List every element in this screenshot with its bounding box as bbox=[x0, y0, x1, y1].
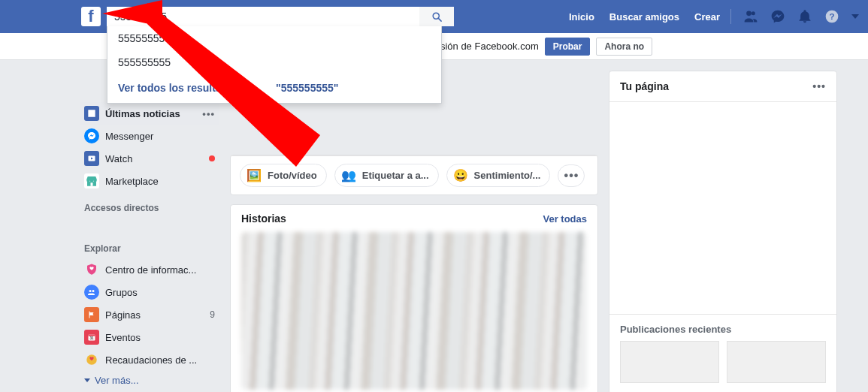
see-all-prefix: Ver todos los resultados p bbox=[118, 82, 250, 94]
svg-text:31: 31 bbox=[89, 336, 94, 340]
your-page-card: Tu página ••• Publicaciones recientes bbox=[609, 71, 837, 392]
svg-rect-5 bbox=[91, 182, 93, 186]
sidebar-info-center[interactable]: Centro de informac... bbox=[80, 258, 219, 281]
suggestion-text: 5555555555 bbox=[118, 32, 177, 44]
top-icon-tray: ? bbox=[743, 9, 859, 24]
shortcuts-heading: Accesos directos bbox=[84, 203, 219, 213]
svg-line-1 bbox=[438, 18, 441, 21]
search-input[interactable] bbox=[107, 7, 419, 26]
sidebar-groups[interactable]: Grupos bbox=[80, 281, 219, 303]
search-container: 555555555555 555555555 Ver todos los res… bbox=[107, 7, 454, 26]
sidebar-label: Watch bbox=[105, 153, 132, 164]
see-all-stories-link[interactable]: Ver todas bbox=[543, 213, 587, 225]
search-suggestion[interactable]: 555555555 bbox=[107, 50, 441, 74]
suggestion-text: 555555555 bbox=[118, 56, 171, 68]
your-page-header: Tu página ••• bbox=[609, 71, 836, 102]
facebook-logo[interactable]: f bbox=[81, 7, 101, 26]
groups-icon bbox=[84, 285, 99, 300]
photo-video-button[interactable]: 🖼️ Foto/vídeo bbox=[240, 164, 327, 187]
search-suggestions-dropdown: 555555555555 555555555 Ver todos los res… bbox=[107, 26, 442, 104]
messenger-icon[interactable] bbox=[770, 9, 785, 24]
tag-friends-button[interactable]: 👥 Etiquetar a a... bbox=[334, 164, 439, 187]
newspaper-icon bbox=[84, 106, 99, 121]
friend-requests-icon[interactable] bbox=[743, 9, 758, 24]
feeling-activity-button[interactable]: 😀 Sentimiento/... bbox=[446, 164, 551, 187]
sidebar-messenger[interactable]: Messenger bbox=[80, 125, 219, 147]
not-now-button[interactable]: Ahora no bbox=[596, 38, 652, 56]
sidebar-label: Páginas bbox=[105, 309, 141, 321]
tag-icon: 👥 bbox=[341, 168, 356, 182]
svg-rect-9 bbox=[89, 335, 95, 336]
recent-posts-heading: Publicaciones recientes bbox=[609, 314, 836, 341]
coin-heart-icon bbox=[84, 352, 99, 367]
post-thumbnail[interactable] bbox=[620, 341, 719, 383]
sidebar-label: Recaudaciones de ... bbox=[105, 354, 197, 366]
chip-label: Etiquetar a a... bbox=[362, 170, 429, 181]
sidebar-label: Marketplace bbox=[105, 176, 159, 187]
composer-actions: 🖼️ Foto/vídeo 👥 Etiquetar a a... 😀 Senti… bbox=[231, 155, 597, 194]
sidebar-fundraisers[interactable]: Recaudaciones de ... bbox=[80, 348, 219, 371]
nav-home[interactable]: Inicio bbox=[561, 0, 602, 33]
divider bbox=[730, 9, 731, 24]
stories-title: Historias bbox=[241, 213, 286, 225]
more-composer-options[interactable]: ••• bbox=[558, 164, 585, 187]
search-icon bbox=[431, 11, 443, 23]
more-dots-icon[interactable]: ••• bbox=[202, 108, 215, 119]
sidebar-label: Últimas noticias bbox=[105, 108, 180, 119]
main-columns: Últimas noticias ••• Messenger Watch Mar… bbox=[0, 60, 868, 392]
stories-card: Historias Ver todas bbox=[230, 204, 598, 392]
photo-icon: 🖼️ bbox=[246, 168, 262, 182]
search-button[interactable] bbox=[419, 7, 454, 26]
sidebar-events[interactable]: 31 Eventos bbox=[80, 326, 219, 348]
notifications-icon[interactable] bbox=[797, 9, 812, 24]
sidebar-watch[interactable]: Watch bbox=[80, 147, 219, 170]
calendar-icon: 31 bbox=[84, 330, 99, 345]
stories-carousel[interactable] bbox=[241, 232, 587, 390]
account-menu-caret[interactable] bbox=[851, 14, 859, 19]
see-all-results[interactable]: Ver todos los resultados p "555555555" bbox=[107, 74, 441, 103]
try-button[interactable]: Probar bbox=[545, 38, 591, 56]
top-nav-links: Inicio Buscar amigos Crear bbox=[561, 0, 734, 33]
smiley-icon: 😀 bbox=[453, 168, 468, 182]
messenger-icon bbox=[84, 128, 99, 143]
flag-icon bbox=[84, 307, 99, 322]
your-page-body bbox=[609, 102, 836, 314]
sidebar-news-feed[interactable]: Últimas noticias ••• bbox=[80, 102, 219, 125]
marketplace-icon bbox=[84, 173, 99, 188]
nav-create[interactable]: Crear bbox=[687, 0, 727, 33]
sidebar-pages[interactable]: Páginas 9 bbox=[80, 303, 219, 326]
chip-label: Sentimiento/... bbox=[474, 170, 541, 181]
your-page-title: Tu página bbox=[620, 80, 669, 92]
nav-find-friends[interactable]: Buscar amigos bbox=[602, 0, 687, 33]
card-menu-icon[interactable]: ••• bbox=[812, 80, 826, 92]
recent-posts-row bbox=[609, 341, 836, 392]
notification-dot bbox=[209, 155, 215, 161]
stories-header: Historias Ver todas bbox=[231, 205, 597, 232]
post-thumbnail[interactable] bbox=[727, 341, 826, 383]
pages-count-badge: 9 bbox=[210, 309, 215, 320]
sidebar-marketplace[interactable]: Marketplace bbox=[80, 170, 219, 192]
right-column: Tu página ••• Publicaciones recientes bbox=[609, 71, 837, 392]
composer-card: 🖼️ Foto/vídeo 👥 Etiquetar a a... 😀 Senti… bbox=[230, 155, 598, 195]
suggestion-bold: 55 bbox=[177, 32, 189, 44]
sidebar-label: Centro de informac... bbox=[105, 264, 196, 276]
sidebar-label: Eventos bbox=[105, 332, 141, 343]
explore-heading: Explorar bbox=[84, 243, 219, 254]
see-more-link[interactable]: Ver más... bbox=[80, 371, 219, 390]
center-column: 🖼️ Foto/vídeo 👥 Etiquetar a a... 😀 Senti… bbox=[230, 155, 598, 392]
chip-label: Foto/vídeo bbox=[268, 170, 317, 181]
shield-heart-icon bbox=[84, 262, 99, 277]
top-bar: f 555555555555 555555555 Ver todos los r… bbox=[0, 0, 868, 33]
svg-point-7 bbox=[92, 290, 95, 292]
left-sidebar: Últimas noticias ••• Messenger Watch Mar… bbox=[80, 102, 219, 392]
sidebar-label: Grupos bbox=[105, 287, 138, 298]
watch-icon bbox=[84, 151, 99, 166]
svg-text:?: ? bbox=[829, 11, 834, 21]
see-all-query: "555555555" bbox=[276, 82, 338, 94]
help-icon[interactable]: ? bbox=[824, 9, 839, 24]
svg-point-6 bbox=[89, 290, 92, 292]
sidebar-label: Messenger bbox=[105, 131, 153, 142]
see-more-label: Ver más... bbox=[95, 375, 139, 386]
search-suggestion[interactable]: 555555555555 bbox=[107, 26, 441, 50]
